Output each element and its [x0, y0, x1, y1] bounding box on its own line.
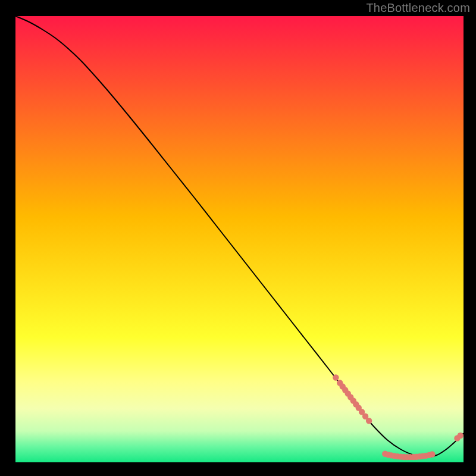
chart-svg: [0, 0, 476, 476]
data-point: [333, 374, 339, 380]
data-point: [429, 451, 435, 457]
watermark-text: TheBottleneck.com: [366, 1, 470, 15]
chart-stage: { "watermark": "TheBottleneck.com", "plo…: [0, 0, 476, 476]
data-point: [366, 418, 372, 424]
data-point: [458, 433, 464, 439]
plot-background: [15, 16, 464, 462]
